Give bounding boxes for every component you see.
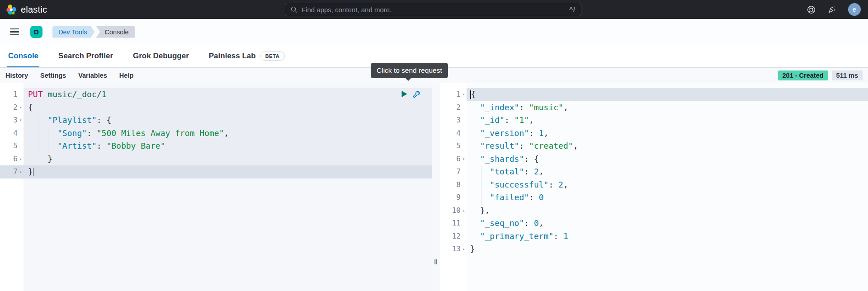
line-number-text: 5 xyxy=(456,140,461,153)
token-punct: , xyxy=(563,180,568,189)
code-line[interactable]: "total": 2, xyxy=(467,165,868,178)
code-spacer xyxy=(24,83,432,88)
token-punct xyxy=(470,218,480,228)
code-line[interactable]: "successful": 2, xyxy=(467,178,868,192)
tab-grok-debugger[interactable]: Grok Debugger xyxy=(132,46,190,67)
code-line[interactable]: "_index": "music", xyxy=(467,101,868,114)
panel-splitter[interactable]: ‖ xyxy=(432,83,440,291)
token-punct xyxy=(470,167,490,176)
code-line[interactable]: PUT music/_doc/1 xyxy=(24,88,432,101)
response-viewer[interactable]: 1▾{2 "_index": "music",3 "_id": "1",4 "_… xyxy=(440,83,868,291)
response-line-1: 1▾{ xyxy=(440,88,868,101)
menu-help[interactable]: Help xyxy=(119,72,133,79)
token-punct xyxy=(470,103,480,112)
breadcrumb: Dev ToolsConsole xyxy=(52,26,135,38)
search-input[interactable] xyxy=(302,6,565,14)
code-line[interactable]: "Artist": "Bobby Bare" xyxy=(24,140,432,153)
help-icon[interactable] xyxy=(807,5,816,14)
token-number: 1 xyxy=(539,128,544,138)
indent-guide xyxy=(48,127,48,153)
fold-widget-icon[interactable]: ▴ xyxy=(18,153,24,166)
code-line[interactable]: "_id": "1", xyxy=(467,114,868,127)
app-header: elastic ^/ xyxy=(0,0,868,19)
code-line[interactable]: "_version": 1, xyxy=(467,127,868,140)
tab-console[interactable]: Console xyxy=(7,46,39,67)
code-line[interactable]: "failed": 0 xyxy=(467,191,868,204)
token-key: "failed" xyxy=(490,192,529,202)
tooltip-text: Click to send request xyxy=(377,66,442,74)
token-key: "Song" xyxy=(57,128,87,138)
code-line[interactable]: "result": "created", xyxy=(467,140,868,153)
code-line[interactable]: } xyxy=(24,153,432,166)
code-line[interactable]: "_primary_term": 1 xyxy=(467,230,868,243)
splitter-handle-icon[interactable]: ‖ xyxy=(434,258,438,266)
space-avatar[interactable]: D xyxy=(30,26,42,38)
token-key: "_index" xyxy=(480,103,519,112)
menu-hamburger-icon[interactable] xyxy=(10,28,19,36)
line-number: 4 xyxy=(0,127,24,140)
line-number-text: 3 xyxy=(13,114,18,127)
code-line[interactable]: }, xyxy=(467,204,868,217)
request-editor[interactable]: 1PUT music/_doc/12▾{3▾ "Playlist": {4 "S… xyxy=(0,83,432,291)
user-avatar[interactable]: e xyxy=(848,3,861,16)
fold-widget-icon[interactable]: ▾ xyxy=(461,153,467,166)
fold-widget-icon[interactable]: ▴ xyxy=(461,204,467,217)
token-key: "_primary_term" xyxy=(480,231,554,241)
menu-history[interactable]: History xyxy=(5,72,28,79)
tab-painless-lab[interactable]: Painless LabBETA xyxy=(208,46,286,67)
line-number: 2▾ xyxy=(0,101,24,114)
code-filler[interactable] xyxy=(24,178,432,291)
line-number-text: 6 xyxy=(13,153,18,166)
code-spacer xyxy=(467,83,868,88)
code-line[interactable]: "Song": "500 Miles Away from Home", xyxy=(24,127,432,140)
code-line[interactable]: "_shards": { xyxy=(467,153,868,166)
line-number: 11 xyxy=(440,217,467,230)
global-search[interactable]: ^/ xyxy=(285,3,581,16)
breadcrumb-dev-tools[interactable]: Dev Tools xyxy=(52,26,94,38)
fold-widget-icon[interactable]: ▾ xyxy=(18,114,24,127)
code-line[interactable]: "Playlist": { xyxy=(24,114,432,127)
line-number: 1▾ xyxy=(440,88,467,101)
gutter xyxy=(440,83,467,88)
code-line[interactable]: { xyxy=(467,88,868,101)
menu-variables[interactable]: Variables xyxy=(78,72,107,79)
line-number: 5 xyxy=(440,140,467,153)
status-code-badge: 201 - Created xyxy=(778,70,828,80)
tab-search-profiler[interactable]: Search Profiler xyxy=(57,46,114,67)
fold-widget-icon[interactable]: ▴ xyxy=(18,165,24,178)
editor-top-spacer xyxy=(0,83,432,88)
token-punct: } xyxy=(28,167,33,176)
code-line[interactable]: { xyxy=(24,101,432,114)
request-line-5: 5 "Artist": "Bobby Bare" xyxy=(0,140,432,153)
line-number: 2 xyxy=(440,101,467,114)
line-number: 13▴ xyxy=(440,243,467,256)
code-line[interactable]: } xyxy=(24,165,432,178)
news-party-popper-icon[interactable] xyxy=(827,5,836,14)
token-key: "_seq_no" xyxy=(480,218,524,228)
line-number: 10▴ xyxy=(440,204,467,217)
indent-guide xyxy=(481,166,481,205)
token-punct: : xyxy=(519,103,529,112)
token-punct: { xyxy=(471,89,476,99)
token-key: "Artist" xyxy=(57,141,97,150)
code-filler[interactable] xyxy=(467,256,868,291)
elastic-logo[interactable]: elastic xyxy=(0,5,47,15)
token-punct: , xyxy=(573,141,578,150)
breadcrumb-console[interactable]: Console xyxy=(96,26,135,38)
code-line[interactable]: "_seq_no": 0, xyxy=(467,217,868,230)
indent-guide xyxy=(38,114,38,153)
response-line-6: 6▾ "_shards": { xyxy=(440,153,868,166)
send-request-button[interactable] xyxy=(401,90,408,100)
token-number: 0 xyxy=(534,218,539,228)
line-number: 9 xyxy=(440,191,467,204)
code-line[interactable]: } xyxy=(467,243,868,256)
elastic-logo-icon xyxy=(6,5,17,15)
line-number-text: 2 xyxy=(456,101,461,114)
tab-label: Console xyxy=(8,52,38,61)
fold-widget-icon[interactable]: ▾ xyxy=(18,101,24,114)
fold-widget-icon[interactable]: ▾ xyxy=(461,88,467,101)
line-number: 6▾ xyxy=(440,153,467,166)
wrench-settings-icon[interactable] xyxy=(412,90,420,100)
menu-settings[interactable]: Settings xyxy=(40,72,66,79)
fold-widget-icon[interactable]: ▴ xyxy=(461,243,467,256)
